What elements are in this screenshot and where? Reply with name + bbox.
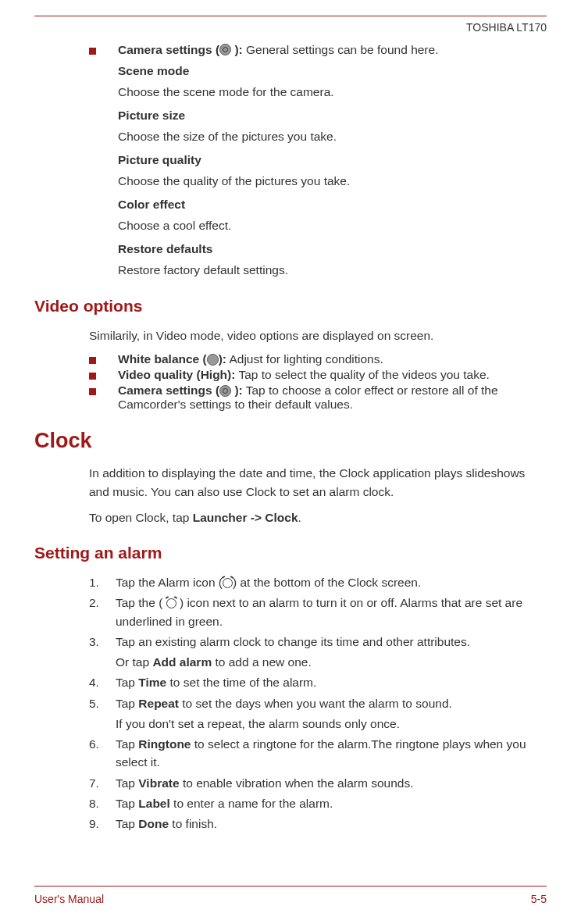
s1a: Tap the Alarm icon (	[116, 576, 223, 589]
step-number: 7.	[89, 774, 116, 792]
step-text: Tap an existing alarm clock to change it…	[116, 633, 547, 651]
s9b: Done	[138, 817, 169, 830]
footer-left: User's Manual	[34, 893, 104, 905]
list-item: Video quality (High): Tap to select the …	[89, 368, 547, 382]
picture-quality-heading: Picture quality	[118, 151, 547, 169]
clock-intro2: To open Clock, tap Launcher -> Clock.	[89, 508, 547, 526]
footer-right: 5-5	[531, 893, 547, 905]
s5b: Repeat	[138, 697, 179, 710]
s3cc: to add a new one.	[212, 655, 312, 669]
step-1: 1. Tap the Alarm icon () at the bottom o…	[89, 573, 547, 591]
clock-intro2b: Launcher -> Clock	[193, 511, 298, 524]
s7a: Tap	[116, 776, 138, 790]
color-effect-text: Choose a cool effect.	[118, 216, 547, 235]
clock-heading: Clock	[34, 429, 547, 453]
wb-label: White balance (	[118, 352, 207, 366]
bullet-icon	[89, 388, 96, 395]
s9c: to finish.	[169, 817, 217, 830]
page-footer: User's Manual 5-5	[34, 886, 547, 905]
s6b: Ringtone	[138, 737, 191, 751]
step-3-continue: Or tap Add alarm to add a new one.	[116, 653, 547, 671]
scene-mode-text: Choose the scene mode for the camera.	[118, 83, 547, 102]
alarm-icon	[166, 598, 176, 608]
list-item: Camera settings ( ): Tap to choose a col…	[89, 384, 547, 412]
s2a: Tap the (	[116, 596, 166, 609]
step-text: Tap the Alarm icon () at the bottom of t…	[116, 573, 547, 591]
bullet-icon	[89, 48, 96, 55]
step-4: 4. Tap Time to set the time of the alarm…	[89, 673, 547, 691]
s4c: to set the time of the alarm.	[166, 676, 316, 689]
clock-intro1: In addition to displaying the date and t…	[89, 464, 547, 501]
picture-quality-text: Choose the quality of the pictures you t…	[118, 172, 547, 191]
step-text: Tap Repeat to set the days when you want…	[116, 694, 547, 712]
step-number: 1.	[89, 573, 116, 591]
step-text: Tap the ( ) icon next to an alarm to tur…	[116, 594, 547, 630]
s1b: ) at the bottom of the Clock screen.	[233, 576, 421, 589]
scene-mode-heading: Scene mode	[118, 62, 547, 80]
video-options-heading: Video options	[34, 297, 547, 316]
bullet-content: Video quality (High): Tap to select the …	[118, 368, 547, 382]
step-9: 9. Tap Done to finish.	[89, 815, 547, 833]
settings-icon	[219, 385, 231, 397]
step-number: 5.	[89, 694, 116, 712]
step-text: Tap Label to enter a name for the alarm.	[116, 794, 547, 812]
step-number: 8.	[89, 794, 116, 812]
step-number: 9.	[89, 815, 116, 833]
step-text: Tap Ringtone to select a ringtone for th…	[116, 735, 547, 772]
picture-size-heading: Picture size	[118, 106, 547, 125]
s8c: to enter a name for the alarm.	[170, 797, 333, 810]
video-list: White balance (): Adjust for lighting co…	[34, 352, 547, 412]
alarm-icon	[223, 578, 233, 588]
wb-text: Adjust for lighting conditions.	[226, 352, 383, 366]
bullet-content: Camera settings ( ): General settings ca…	[118, 43, 547, 57]
s4a: Tap	[116, 676, 138, 689]
bullet-content: Camera settings ( ): Tap to choose a col…	[118, 384, 547, 412]
step-7: 7. Tap Vibrate to enable vibration when …	[89, 774, 547, 792]
s9a: Tap	[116, 817, 138, 830]
s8b: Label	[138, 797, 169, 810]
bullet-icon	[89, 357, 96, 364]
color-effect-heading: Color effect	[118, 195, 547, 214]
vq-text: Tap to select the quality of the videos …	[235, 368, 489, 381]
list-item: Camera settings ( ): General settings ca…	[89, 43, 547, 57]
cs-tail: ):	[231, 384, 243, 397]
step-5: 5. Tap Repeat to set the days when you w…	[89, 694, 547, 712]
step-text: Tap Time to set the time of the alarm.	[116, 673, 547, 691]
s3cb: Add alarm	[152, 655, 212, 669]
restore-defaults-text: Restore factory default settings.	[118, 261, 547, 280]
step-text: Tap Done to finish.	[116, 815, 547, 833]
clock-intro2c: .	[298, 511, 301, 524]
video-intro: Similarily, in Video mode, video options…	[89, 326, 547, 344]
step-number: 4.	[89, 673, 116, 691]
s6a: Tap	[116, 737, 138, 751]
product-name: TOSHIBA LT170	[466, 21, 547, 34]
picture-size-text: Choose the size of the pictures you take…	[118, 127, 547, 146]
s7c: to enable vibration when the alarm sound…	[180, 776, 414, 790]
camera-settings-section: Camera settings ( ): General settings ca…	[34, 43, 547, 280]
step-number: 6.	[89, 735, 116, 772]
camera-settings-desc: General settings can be found here.	[246, 43, 438, 56]
bullet-icon	[89, 373, 96, 380]
step-5-continue: If you don't set a repeat, the alarm sou…	[116, 715, 547, 733]
step-8: 8. Tap Label to enter a name for the ala…	[89, 794, 547, 812]
clock-intro2a: To open Clock, tap	[89, 511, 193, 524]
setting-alarm-heading: Setting an alarm	[34, 544, 547, 562]
s2b: ) icon next to an alarm to turn it on or…	[116, 596, 522, 627]
s7b: Vibrate	[138, 776, 179, 790]
step-text: Tap Vibrate to enable vibration when the…	[116, 774, 547, 792]
step-3: 3. Tap an existing alarm clock to change…	[89, 633, 547, 651]
cs-label: Camera settings (	[118, 384, 219, 397]
step-number: 2.	[89, 594, 116, 630]
restore-defaults-heading: Restore defaults	[118, 240, 547, 259]
white-balance-icon	[207, 354, 219, 366]
s3ca: Or tap	[116, 655, 152, 669]
list-item: White balance (): Adjust for lighting co…	[89, 352, 547, 366]
s5c: to set the days when you want the alarm …	[179, 697, 452, 710]
step-number: 3.	[89, 633, 116, 651]
bullet-content: White balance (): Adjust for lighting co…	[118, 352, 547, 366]
camera-settings-tail: ):	[231, 43, 246, 56]
wb-tail: ):	[219, 352, 226, 366]
vq-label: Video quality (High):	[118, 368, 235, 381]
s4b: Time	[138, 676, 166, 689]
s8a: Tap	[116, 797, 138, 810]
